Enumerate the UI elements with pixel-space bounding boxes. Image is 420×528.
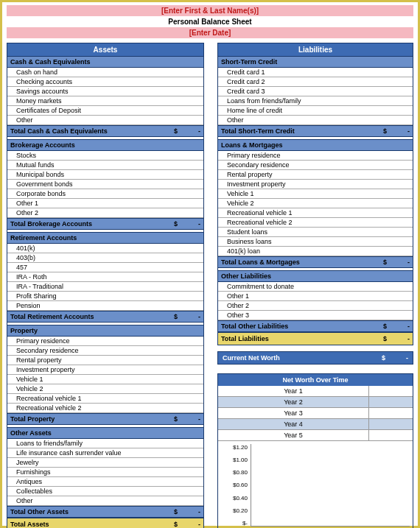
liability-item-row[interactable]: Other 3 <box>218 311 413 320</box>
asset-item-row[interactable]: 403(b) <box>7 253 203 263</box>
liability-item-row[interactable]: Other 2 <box>218 301 413 311</box>
asset-item-label: Investment property <box>16 366 75 373</box>
liability-section-total: Total Other Liabilities$- <box>218 320 413 332</box>
liability-item-row[interactable]: Loans from friends/family <box>218 96 413 106</box>
right-column: Liabilities Short-Term CreditCredit card… <box>217 43 413 528</box>
chart-year-row[interactable]: Year 3 <box>218 408 413 419</box>
liability-item-label: Vehicle 2 <box>227 200 254 207</box>
liability-item-row[interactable]: Student loans <box>218 228 413 237</box>
asset-item-row[interactable]: Mutual funds <box>7 161 203 170</box>
liability-item-row[interactable]: Business loans <box>218 237 413 247</box>
asset-item-label: Stocks <box>16 152 36 159</box>
liability-item-row[interactable]: Recreational vehicle 2 <box>218 218 413 228</box>
asset-item-row[interactable]: Other 2 <box>7 208 203 218</box>
liability-item-row[interactable]: Secondary residence <box>218 161 413 170</box>
asset-item-row[interactable]: Primary residence <box>7 337 203 346</box>
chart-year-label: Year 4 <box>218 419 368 429</box>
liability-item-row[interactable]: Recreational vehicle 1 <box>218 208 413 218</box>
asset-item-row[interactable]: Secondary residence <box>7 346 203 356</box>
asset-item-row[interactable]: 457 <box>7 263 203 272</box>
liability-item-row[interactable]: Primary residence <box>218 151 413 161</box>
asset-item-label: Vehicle 1 <box>16 376 43 383</box>
ytick-label: $1.00 <box>233 457 248 463</box>
asset-item-row[interactable]: Stocks <box>7 151 203 161</box>
asset-item-row[interactable]: Checking accounts <box>7 77 203 87</box>
asset-item-row[interactable]: Recreational vehicle 1 <box>7 394 203 404</box>
asset-item-row[interactable]: Pension <box>7 301 203 311</box>
networth-box: Current Net Worth $- <box>217 351 413 365</box>
chart-year-row[interactable]: Year 1 <box>218 386 413 397</box>
asset-item-label: IRA - Traditional <box>16 283 63 290</box>
asset-item-row[interactable]: Cash on hand <box>7 68 203 77</box>
asset-item-row[interactable]: IRA - Roth <box>7 272 203 282</box>
asset-item-row[interactable]: 401(k) <box>7 244 203 253</box>
asset-item-row[interactable]: Investment property <box>7 365 203 375</box>
asset-item-label: Pension <box>16 302 41 309</box>
chart-year-value[interactable] <box>368 386 413 396</box>
asset-item-label: 403(b) <box>16 254 35 261</box>
liability-item-label: 401(k) loan <box>227 247 260 255</box>
networth-chart-box: Net Worth Over Time Year 1Year 2Year 3Ye… <box>217 373 413 528</box>
liability-item-row[interactable]: Credit card 3 <box>218 87 413 96</box>
liability-item-row[interactable]: Other <box>218 116 413 125</box>
chart-year-label: Year 5 <box>218 430 368 440</box>
asset-item-label: Other 2 <box>16 209 38 217</box>
chart-year-value[interactable] <box>368 430 413 440</box>
asset-item-row[interactable]: Money markets <box>7 96 203 106</box>
liability-item-row[interactable]: Rental property <box>218 170 413 180</box>
asset-item-row[interactable]: Collectables <box>7 487 203 496</box>
liability-item-label: Other 3 <box>227 311 249 319</box>
asset-item-row[interactable]: IRA - Traditional <box>7 282 203 292</box>
liabilities-column: Liabilities Short-Term CreditCredit card… <box>217 43 413 345</box>
asset-item-row[interactable]: Jewelry <box>7 458 203 468</box>
asset-section-total: Total Other Assets$- <box>7 506 203 518</box>
asset-section-header: Brokerage Accounts <box>7 139 203 151</box>
liability-item-label: Primary residence <box>227 152 281 159</box>
asset-item-row[interactable]: Government bonds <box>7 180 203 189</box>
asset-item-row[interactable]: Other <box>7 496 203 506</box>
asset-item-row[interactable]: Recreational vehicle 2 <box>7 404 203 413</box>
chart-year-value[interactable] <box>368 397 413 407</box>
liability-item-row[interactable]: 401(k) loan <box>218 247 413 256</box>
liability-item-label: Credit card 2 <box>227 78 265 85</box>
asset-item-row[interactable]: Profit Sharing <box>7 292 203 301</box>
asset-item-row[interactable]: Vehicle 2 <box>7 384 203 394</box>
asset-item-row[interactable]: Life insurance cash surrender value <box>7 448 203 458</box>
asset-item-label: Other <box>16 116 33 124</box>
liability-item-row[interactable]: Other 1 <box>218 292 413 301</box>
asset-item-row[interactable]: Other <box>7 116 203 125</box>
liability-item-row[interactable]: Credit card 2 <box>218 77 413 87</box>
date-field[interactable]: [Enter Date] <box>7 27 413 38</box>
liability-item-row[interactable]: Vehicle 1 <box>218 189 413 199</box>
liability-item-row[interactable]: Investment property <box>218 180 413 189</box>
ytick-label: $1.20 <box>233 444 248 451</box>
name-field[interactable]: [Enter First & Last Name(s)] <box>7 5 413 16</box>
asset-item-row[interactable]: Vehicle 1 <box>7 375 203 384</box>
asset-item-row[interactable]: Rental property <box>7 356 203 365</box>
liability-item-label: Student loans <box>227 228 267 236</box>
liability-item-row[interactable]: Home line of credit <box>218 106 413 116</box>
asset-item-label: Vehicle 2 <box>16 385 43 393</box>
asset-section-total: Total Brokerage Accounts$- <box>7 218 203 230</box>
chart-year-value[interactable] <box>368 408 413 418</box>
liability-item-row[interactable]: Credit card 1 <box>218 68 413 77</box>
liability-item-label: Vehicle 1 <box>227 190 254 197</box>
asset-item-row[interactable]: Certificates of Deposit <box>7 106 203 116</box>
liability-item-label: Secondary residence <box>227 161 290 169</box>
asset-item-row[interactable]: Antiques <box>7 477 203 487</box>
asset-item-row[interactable]: Municipal bonds <box>7 170 203 180</box>
liability-item-row[interactable]: Vehicle 2 <box>218 199 413 208</box>
asset-item-row[interactable]: Corporate bonds <box>7 189 203 199</box>
asset-item-row[interactable]: Loans to friends/family <box>7 439 203 448</box>
chart-year-value[interactable] <box>368 419 413 429</box>
asset-item-row[interactable]: Furnishings <box>7 468 203 477</box>
liability-item-row[interactable]: Commitment to donate <box>218 282 413 292</box>
liability-item-label: Commitment to donate <box>227 283 294 290</box>
total-liabilities-row: Total Liabilities $- <box>218 332 413 345</box>
asset-item-row[interactable]: Savings accounts <box>7 87 203 96</box>
asset-item-row[interactable]: Other 1 <box>7 199 203 208</box>
assets-column: Assets Cash & Cash EquivalentsCash on ha… <box>7 43 204 528</box>
chart-year-row[interactable]: Year 2 <box>218 397 413 408</box>
chart-year-row[interactable]: Year 4 <box>218 419 413 430</box>
chart-year-row[interactable]: Year 5 <box>218 430 413 441</box>
